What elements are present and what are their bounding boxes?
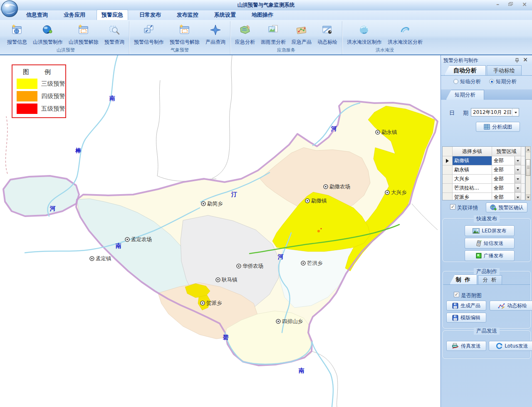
legend-swatch-level4 [17,91,37,101]
tab-auto-analysis[interactable]: 自动分析 [444,65,486,75]
menu-tab-system-settings[interactable]: 系统设置 [210,10,240,20]
west-lobe-region[interactable] [3,176,79,216]
menu-bar: 信息查询 业务应用 预警应急 日常发布 发布监控 系统设置 地图操作 [0,10,532,20]
attach-map-checkbox[interactable]: ✓ [454,292,459,297]
tab-make[interactable]: 制 作 [450,274,477,284]
warning-point-red [321,228,322,229]
table-row[interactable]: 贺派乡 全部 [443,193,525,200]
tab-manual-plot[interactable]: 手动标绘 [487,65,522,75]
region-dropdown-button[interactable] [515,156,521,165]
product-make-group: 产品制作 制 作 分 析 ✓ 是否附图 生成产品 动 [443,271,531,328]
signal-clear-button[interactable]: 预警信号解除 [167,21,202,46]
product-query-button[interactable]: 产品查询 [203,21,228,46]
warning-point-orange [317,230,320,232]
close-button-icon[interactable]: × [522,1,527,7]
svg-text:芒洪乡: 芒洪乡 [307,260,323,266]
svg-text:孟定镇: 孟定镇 [96,255,111,261]
ribbon-toolbar: 报警信息 山洪预警制作 [0,20,532,55]
date-dropdown[interactable]: 2012年10月 2日 [471,108,519,116]
table-row[interactable]: 勐撒镇 全部 [443,156,525,165]
panel-close-icon[interactable]: × [523,56,528,63]
dynamic-plot-panel-button[interactable]: 动态标绘 [490,301,532,311]
dynamic-plot-icon [321,23,334,37]
rainfall-analysis-button[interactable]: 面雨里分析 [258,21,288,46]
menu-tab-daily-publish[interactable]: 日常发布 [135,10,166,20]
product-send-caption: 产品发送 [474,328,500,335]
lotus-refresh-icon [496,343,502,349]
dynamic-plot-button[interactable]: 动态标绘 [315,21,340,46]
township-table[interactable]: 选择乡镇 预警区域 勐撒镇 全部 勐永镇 全部 大兴乡 [442,146,525,200]
scrollbar-thumb[interactable] [526,159,530,176]
region-dropdown-button[interactable] [515,175,521,183]
radio-short-nowcast[interactable] [453,79,458,84]
product-make-tab-row: 制 作 分 析 [443,274,530,285]
flood-zone-make-button[interactable]: 洪水淹没区制作 [344,21,384,46]
flood-warning-clear-button[interactable]: 山洪预警解除 [66,21,101,46]
fax-send-button[interactable]: 传真发送 [446,341,486,351]
floppy-save-icon [452,303,458,309]
table-row[interactable]: 勐永镇 全部 [443,165,525,175]
table-scrollbar[interactable] [525,146,531,200]
table-row[interactable]: 芒洪拉祜... 全部 [443,184,525,193]
lotus-send-button[interactable]: Lotus发送 [489,341,532,351]
signal-make-button[interactable]: 预警信号制作 [131,21,166,46]
restore-button-icon[interactable] [508,2,513,6]
emergency-product-icon [295,23,308,37]
flood-zone-analysis-icon [399,23,411,37]
warning-query-button[interactable]: 预警查询 [102,21,127,46]
template-edit-button[interactable]: 模版编辑 [446,313,486,323]
flood-zone-analysis-button[interactable]: 洪水淹没区分析 [385,21,425,46]
subtab-band: 短期分析 [441,89,532,100]
svg-text:四排山乡: 四排山乡 [282,318,303,324]
quick-publish-caption: 快速发布 [474,215,500,222]
region-dropdown-button[interactable] [515,184,521,192]
admin-boundary-line [312,351,338,407]
product-query-icon [209,23,222,37]
region-dropdown-button[interactable] [515,193,521,200]
town-marker: 孟定镇 [90,255,111,261]
app-window: 山洪预警与气象监测系统 – × 信息查询 业务应用 预警应急 日常发布 发布监控… [0,0,532,407]
svg-text:大兴乡: 大兴乡 [391,189,407,195]
flood-warning-make-button[interactable]: 山洪预警制作 [30,21,65,46]
svg-text:耿马镇: 耿马镇 [221,276,238,283]
emergency-analysis-button[interactable]: 应急分析 [233,21,257,46]
minimize-button-icon[interactable]: – [496,1,499,7]
scroll-down-icon[interactable] [526,195,530,200]
menu-tab-info-query[interactable]: 信息查询 [22,10,52,20]
river-label: 南 [115,242,121,249]
menu-tab-business[interactable]: 业务应用 [59,10,90,20]
link-detail-checkbox[interactable]: ✓ [450,204,455,210]
pin-icon[interactable] [515,57,520,65]
river-label: 汀 [231,191,237,197]
flood-warning-clear-icon [77,23,90,37]
menu-tab-map-operation[interactable]: 地图操作 [247,10,278,20]
link-detail-label: 关联详情 [457,205,478,212]
emergency-product-button[interactable]: 应急产品 [289,21,314,46]
map-view[interactable]: 南 河 棒 河 汀 南 河 碧 南 勐永镇 勐撒农场 大兴乡 勐撒镇 勐简乡 孟… [0,55,440,407]
radio-label: 短临分析 [460,78,481,84]
scroll-up-icon[interactable] [526,147,530,152]
menu-tab-publish-monitor[interactable]: 发布监控 [172,10,203,20]
menu-tab-warning-emergency[interactable]: 预警应急 [97,10,128,20]
radio-short-term[interactable] [489,79,494,84]
warning-analysis-panel: 预警分析与制作 × 自动分析 手动标绘 短临分析 短期分析 短期分析 日 期 2… [440,55,532,407]
subtab-short-term[interactable]: 短期分析 [446,90,484,100]
globe-add-icon [490,204,497,211]
map-legend: 图 例 三级预警 四级预警 五级预警 [12,64,66,118]
analyze-map-button[interactable]: 分析成图 [476,122,520,132]
panel-header: 预警分析与制作 × [441,55,532,64]
table-row[interactable]: 大兴乡 全部 [443,175,525,184]
emergency-analysis-icon [239,23,251,37]
confirm-warning-region-button[interactable]: 预警区确认 [486,202,527,212]
rainfall-analysis-icon [267,23,280,37]
current-row-marker [446,159,451,163]
river-label: 碧 [223,334,229,340]
alarm-info-button[interactable]: 报警信息 [5,21,30,46]
broadcast-publish-button[interactable]: 广播发布 [465,250,515,261]
tab-analysis[interactable]: 分 析 [478,275,502,284]
generate-product-button[interactable]: 生成产品 [446,301,486,311]
region-dropdown-button[interactable] [515,165,521,174]
sms-send-button[interactable]: 短信发送 [465,238,515,249]
title-bar: 山洪预警与气象监测系统 – × [0,0,532,11]
led-publish-button[interactable]: LED屏发布 [465,225,515,236]
